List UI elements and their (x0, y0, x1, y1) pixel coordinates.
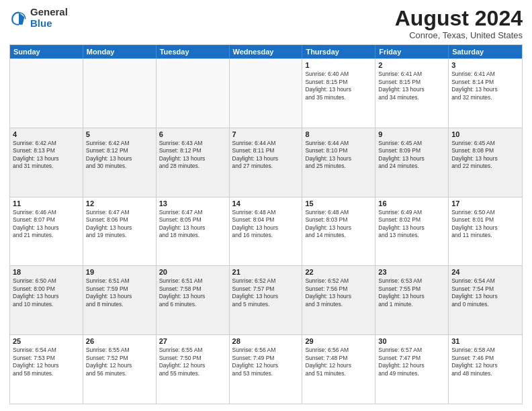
day-number: 5 (86, 130, 153, 138)
day-cell-11: 11Sunrise: 6:46 AM Sunset: 8:07 PM Dayli… (10, 197, 83, 266)
header-day-sunday: Sunday (10, 45, 83, 58)
calendar-row-2: 11Sunrise: 6:46 AM Sunset: 8:07 PM Dayli… (10, 197, 522, 266)
calendar: SundayMondayTuesdayWednesdayThursdayFrid… (9, 44, 523, 404)
day-info: Sunrise: 6:46 AM Sunset: 8:07 PM Dayligh… (13, 209, 80, 240)
day-cell-1: 1Sunrise: 6:40 AM Sunset: 8:15 PM Daylig… (302, 59, 375, 128)
day-cell-4: 4Sunrise: 6:42 AM Sunset: 8:13 PM Daylig… (10, 128, 83, 197)
day-cell-24: 24Sunrise: 6:54 AM Sunset: 7:54 PM Dayli… (449, 266, 522, 334)
empty-cell (83, 59, 157, 128)
day-info: Sunrise: 6:54 AM Sunset: 7:54 PM Dayligh… (451, 277, 519, 308)
day-info: Sunrise: 6:51 AM Sunset: 7:58 PM Dayligh… (159, 277, 226, 308)
day-cell-25: 25Sunrise: 6:54 AM Sunset: 7:53 PM Dayli… (10, 335, 83, 404)
day-cell-13: 13Sunrise: 6:47 AM Sunset: 8:05 PM Dayli… (157, 197, 230, 266)
day-info: Sunrise: 6:48 AM Sunset: 8:04 PM Dayligh… (232, 209, 300, 240)
day-info: Sunrise: 6:49 AM Sunset: 8:02 PM Dayligh… (378, 209, 445, 240)
day-number: 27 (159, 337, 226, 345)
empty-cell (230, 59, 303, 128)
day-number: 6 (159, 130, 226, 138)
calendar-row-1: 4Sunrise: 6:42 AM Sunset: 8:13 PM Daylig… (10, 128, 522, 197)
logo-general: General (30, 7, 68, 18)
day-cell-22: 22Sunrise: 6:52 AM Sunset: 7:56 PM Dayli… (302, 266, 375, 334)
day-number: 13 (159, 199, 226, 208)
day-number: 1 (305, 61, 372, 69)
header-day-thursday: Thursday (302, 45, 375, 58)
day-cell-19: 19Sunrise: 6:51 AM Sunset: 7:59 PM Dayli… (83, 266, 157, 334)
day-info: Sunrise: 6:44 AM Sunset: 8:11 PM Dayligh… (232, 140, 300, 171)
day-info: Sunrise: 6:42 AM Sunset: 8:12 PM Dayligh… (86, 140, 153, 171)
day-cell-27: 27Sunrise: 6:55 AM Sunset: 7:50 PM Dayli… (157, 335, 230, 404)
day-cell-15: 15Sunrise: 6:48 AM Sunset: 8:03 PM Dayli… (302, 197, 375, 266)
day-cell-16: 16Sunrise: 6:49 AM Sunset: 8:02 PM Dayli… (375, 197, 449, 266)
day-number: 29 (305, 337, 372, 345)
day-info: Sunrise: 6:52 AM Sunset: 7:57 PM Dayligh… (232, 277, 300, 308)
day-cell-9: 9Sunrise: 6:45 AM Sunset: 8:09 PM Daylig… (375, 128, 449, 197)
logo-icon (9, 9, 28, 28)
day-number: 20 (159, 268, 226, 276)
header-day-monday: Monday (83, 45, 157, 58)
day-info: Sunrise: 6:40 AM Sunset: 8:15 PM Dayligh… (305, 71, 372, 101)
day-info: Sunrise: 6:51 AM Sunset: 7:59 PM Dayligh… (86, 277, 153, 308)
day-info: Sunrise: 6:50 AM Sunset: 8:00 PM Dayligh… (13, 277, 80, 308)
day-number: 25 (13, 337, 80, 345)
day-cell-28: 28Sunrise: 6:56 AM Sunset: 7:49 PM Dayli… (230, 335, 303, 404)
calendar-header: SundayMondayTuesdayWednesdayThursdayFrid… (10, 45, 522, 58)
day-number: 17 (451, 199, 519, 208)
day-info: Sunrise: 6:47 AM Sunset: 8:06 PM Dayligh… (86, 209, 153, 240)
header-day-wednesday: Wednesday (230, 45, 303, 58)
day-number: 8 (305, 130, 372, 138)
day-cell-7: 7Sunrise: 6:44 AM Sunset: 8:11 PM Daylig… (230, 128, 303, 197)
day-number: 11 (13, 199, 80, 208)
calendar-body: 1Sunrise: 6:40 AM Sunset: 8:15 PM Daylig… (10, 58, 522, 404)
day-number: 28 (232, 337, 300, 345)
day-number: 22 (305, 268, 372, 276)
day-info: Sunrise: 6:41 AM Sunset: 8:15 PM Dayligh… (378, 71, 445, 101)
day-number: 30 (378, 337, 445, 345)
day-info: Sunrise: 6:42 AM Sunset: 8:13 PM Dayligh… (13, 140, 80, 171)
header-day-friday: Friday (375, 45, 449, 58)
day-info: Sunrise: 6:47 AM Sunset: 8:05 PM Dayligh… (159, 209, 226, 240)
day-cell-14: 14Sunrise: 6:48 AM Sunset: 8:04 PM Dayli… (230, 197, 303, 266)
day-cell-21: 21Sunrise: 6:52 AM Sunset: 7:57 PM Dayli… (230, 266, 303, 334)
day-info: Sunrise: 6:52 AM Sunset: 7:56 PM Dayligh… (305, 277, 372, 308)
day-info: Sunrise: 6:56 AM Sunset: 7:48 PM Dayligh… (305, 347, 372, 377)
day-info: Sunrise: 6:53 AM Sunset: 7:55 PM Dayligh… (378, 277, 445, 308)
day-number: 23 (378, 268, 445, 276)
day-number: 18 (13, 268, 80, 276)
day-info: Sunrise: 6:45 AM Sunset: 8:09 PM Dayligh… (378, 140, 445, 171)
day-info: Sunrise: 6:57 AM Sunset: 7:47 PM Dayligh… (378, 347, 445, 377)
day-number: 31 (451, 337, 519, 345)
day-number: 9 (378, 130, 445, 138)
calendar-row-4: 25Sunrise: 6:54 AM Sunset: 7:53 PM Dayli… (10, 334, 522, 404)
day-info: Sunrise: 6:48 AM Sunset: 8:03 PM Dayligh… (305, 209, 372, 240)
empty-cell (157, 59, 230, 128)
day-cell-20: 20Sunrise: 6:51 AM Sunset: 7:58 PM Dayli… (157, 266, 230, 334)
logo: General Blue (9, 7, 68, 29)
day-info: Sunrise: 6:45 AM Sunset: 8:08 PM Dayligh… (451, 140, 519, 171)
day-cell-8: 8Sunrise: 6:44 AM Sunset: 8:10 PM Daylig… (302, 128, 375, 197)
day-info: Sunrise: 6:43 AM Sunset: 8:12 PM Dayligh… (159, 140, 226, 171)
day-cell-5: 5Sunrise: 6:42 AM Sunset: 8:12 PM Daylig… (83, 128, 157, 197)
logo-text: General Blue (30, 7, 68, 29)
day-cell-10: 10Sunrise: 6:45 AM Sunset: 8:08 PM Dayli… (449, 128, 522, 197)
day-cell-30: 30Sunrise: 6:57 AM Sunset: 7:47 PM Dayli… (375, 335, 449, 404)
day-info: Sunrise: 6:55 AM Sunset: 7:52 PM Dayligh… (86, 347, 153, 377)
day-cell-3: 3Sunrise: 6:41 AM Sunset: 8:14 PM Daylig… (449, 59, 522, 128)
title-block: August 2024 Conroe, Texas, United States (395, 7, 523, 40)
day-number: 19 (86, 268, 153, 276)
day-number: 26 (86, 337, 153, 345)
day-number: 15 (305, 199, 372, 208)
day-info: Sunrise: 6:41 AM Sunset: 8:14 PM Dayligh… (451, 71, 519, 101)
day-cell-31: 31Sunrise: 6:58 AM Sunset: 7:46 PM Dayli… (449, 335, 522, 404)
day-cell-2: 2Sunrise: 6:41 AM Sunset: 8:15 PM Daylig… (375, 59, 449, 128)
day-info: Sunrise: 6:56 AM Sunset: 7:49 PM Dayligh… (232, 347, 300, 377)
day-info: Sunrise: 6:50 AM Sunset: 8:01 PM Dayligh… (451, 209, 519, 240)
day-info: Sunrise: 6:58 AM Sunset: 7:46 PM Dayligh… (451, 347, 519, 377)
day-cell-6: 6Sunrise: 6:43 AM Sunset: 8:12 PM Daylig… (157, 128, 230, 197)
page: General Blue August 2024 Conroe, Texas, … (0, 0, 532, 411)
day-number: 2 (378, 61, 445, 69)
calendar-row-3: 18Sunrise: 6:50 AM Sunset: 8:00 PM Dayli… (10, 265, 522, 334)
location: Conroe, Texas, United States (395, 30, 523, 40)
logo-blue: Blue (30, 18, 68, 30)
day-number: 3 (451, 61, 519, 69)
day-info: Sunrise: 6:44 AM Sunset: 8:10 PM Dayligh… (305, 140, 372, 171)
